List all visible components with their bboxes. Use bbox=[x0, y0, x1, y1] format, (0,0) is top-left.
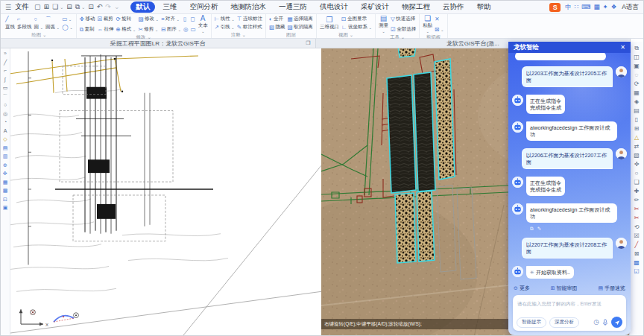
chat-link-manual-quickview[interactable]: ▤手册速览 bbox=[598, 285, 625, 292]
line-tool-icon[interactable]: ╱ bbox=[4, 59, 7, 66]
ribbon-btn-text[interactable]: A文本⌄ bbox=[198, 15, 208, 34]
file-menu[interactable]: 文件 bbox=[15, 2, 29, 12]
crop-icon[interactable]: ☒ bbox=[634, 232, 639, 240]
ribbon-btn-paste-special[interactable]: ⊠⌄ bbox=[435, 25, 443, 34]
history-icon[interactable]: ◷ bbox=[593, 319, 599, 326]
menu-tab-物探工程[interactable]: 物探工程 bbox=[397, 1, 435, 13]
ribbon-btn-polyline-label[interactable]: 多段线 bbox=[17, 23, 32, 31]
ribbon-btn-rotate[interactable]: ⟳旋转 bbox=[116, 15, 136, 23]
ribbon-btn-align[interactable]: ≡对齐⌄ bbox=[161, 15, 181, 23]
circle-select-icon[interactable]: ◌ bbox=[635, 71, 639, 79]
point-style-icon[interactable]: ◇ bbox=[3, 136, 7, 143]
ribbon-btn-set-ucs[interactable]: ∟设坐标系⌄ bbox=[341, 23, 372, 31]
ribbon-btn-copy[interactable]: ⧉复制 bbox=[80, 25, 95, 34]
layers-icon[interactable]: ◈ bbox=[634, 98, 639, 106]
ribbon-btn-circle[interactable]: ○ bbox=[34, 15, 44, 23]
menu-tab-地测防治水[interactable]: 地测防治水 bbox=[225, 1, 271, 13]
selected-arc[interactable] bbox=[54, 316, 74, 322]
ribbon-btn-layer-unisolate[interactable]: ▨取消隔离 bbox=[287, 23, 313, 31]
ribbon-btn-paste[interactable]: ❏粘贴⌄ bbox=[423, 15, 432, 34]
chip-deep-analysis[interactable]: 深度分析 bbox=[549, 317, 579, 328]
edit-icon[interactable]: ✎ bbox=[537, 226, 541, 232]
slice-icon[interactable]: ╱ bbox=[635, 241, 639, 249]
viewport-tool-icon[interactable]: ⊡ bbox=[3, 196, 7, 203]
move-tool-icon[interactable]: ✜ bbox=[3, 170, 7, 177]
ribbon-btn-line-label[interactable]: 直线 bbox=[5, 23, 15, 31]
restore-window-icon[interactable]: ❐ bbox=[306, 40, 310, 46]
grid-tool-icon[interactable]: ▦ bbox=[3, 179, 8, 186]
ime-keyboard-icon[interactable]: ⌨ bbox=[581, 4, 590, 10]
select-window-icon[interactable]: ▣ bbox=[634, 62, 640, 70]
ribbon-btn-format[interactable]: ⊕格式⌄ bbox=[116, 25, 136, 34]
polyline-tool-icon[interactable]: ⌐ bbox=[4, 67, 7, 75]
chip-smart-tips[interactable]: 智能提示 bbox=[517, 317, 546, 328]
print-icon[interactable]: ⊡ bbox=[88, 4, 94, 10]
grid-icon[interactable]: ▦ bbox=[634, 89, 640, 97]
ribbon-btn-arc-label[interactable]: 圆弧⌄ bbox=[45, 23, 60, 31]
ribbon-btn-cut[interactable]: ✕ bbox=[435, 15, 443, 23]
ribbon-btn-region[interactable]: ◻ bbox=[191, 15, 196, 23]
ribbon-btn-modify[interactable]: ▨修改⌄ bbox=[138, 15, 159, 23]
delete-icon[interactable]: ▯ bbox=[635, 115, 638, 124]
mirror-icon[interactable]: ⊞ bbox=[634, 124, 640, 133]
undo-icon[interactable]: ↶ bbox=[97, 4, 103, 10]
ribbon-btn-circle-label[interactable]: 圆⌄ bbox=[34, 23, 44, 31]
split-icon[interactable]: ✂ bbox=[634, 214, 640, 222]
ribbon-btn-ellipse[interactable]: ◯⌄ bbox=[62, 23, 73, 31]
ime-skin-icon[interactable]: ✦ bbox=[603, 4, 608, 10]
spline-tool-icon[interactable]: ∫ bbox=[4, 76, 6, 83]
menu-tab-空间分析[interactable]: 空间分析 bbox=[184, 1, 223, 13]
ribbon-btn-layer-hide[interactable]: ▧隐藏 bbox=[269, 23, 285, 31]
rotate-icon[interactable]: ⟳ bbox=[634, 80, 640, 88]
rotate-free-icon[interactable]: ○ bbox=[635, 169, 639, 177]
language-button[interactable]: A语言 bbox=[622, 3, 639, 12]
redo-icon[interactable]: ↷ bbox=[105, 4, 111, 10]
cut-icon[interactable]: ✂ bbox=[634, 205, 640, 213]
panel-goaf-bottom-1[interactable] bbox=[395, 193, 416, 263]
ribbon-btn-layer-isolate[interactable]: ▦选择隔离 bbox=[287, 15, 313, 23]
clip-box-icon[interactable]: ⊠ bbox=[634, 250, 640, 258]
ribbon-btn-measure[interactable]: ▤测量⌄ bbox=[379, 15, 388, 34]
ribbon-group-label[interactable]: 绘图 ⌄ bbox=[5, 31, 73, 39]
cad-viewport[interactable]: X bbox=[10, 48, 321, 335]
sheet-icon[interactable]: ▩ bbox=[634, 259, 640, 267]
duplicate-icon[interactable]: ❏ bbox=[634, 178, 639, 186]
ribbon-btn-select-all[interactable]: ☑全部选择 bbox=[391, 25, 416, 34]
menu-tab-帮助[interactable]: 帮助 bbox=[471, 1, 496, 13]
paste-icon[interactable]: ◫ bbox=[634, 53, 640, 61]
ribbon-group-label[interactable]: 图层 bbox=[269, 31, 313, 39]
ribbon-group-label[interactable]: 视图 ⌄ bbox=[320, 31, 372, 39]
align-tool-icon[interactable]: ▤ bbox=[3, 145, 8, 152]
menu-tab-三维[interactable]: 三维 bbox=[157, 1, 182, 13]
ribbon-btn-layer-all-on[interactable]: ◐全开 bbox=[269, 15, 285, 23]
add-icon[interactable]: ✚ bbox=[634, 187, 640, 195]
hatch-tool-icon[interactable]: ▩ bbox=[3, 187, 8, 194]
ribbon-btn-zoom-extents[interactable]: ⊡全图显示 bbox=[341, 15, 372, 23]
ribbon-btn-quick-select[interactable]: ▽快速选择 bbox=[391, 15, 416, 23]
menu-tab-一通三防[interactable]: 一通三防 bbox=[274, 1, 312, 13]
ribbon-btn-dim-style[interactable]: ✎标注样式 bbox=[237, 23, 262, 31]
open-folder-icon[interactable]: ❏ bbox=[52, 4, 58, 10]
ribbon-btn-draw-order[interactable]: ⊟图序⌄ bbox=[161, 25, 181, 34]
chat-input[interactable] bbox=[513, 297, 626, 306]
copy-doc-icon[interactable]: ⧉ bbox=[75, 4, 80, 10]
copy-icon[interactable]: ⧉ bbox=[530, 226, 534, 232]
ribbon-btn-clip[interactable]: ☒裁剪 bbox=[98, 15, 114, 23]
chat-link-more[interactable]: ⊖更多 bbox=[514, 285, 530, 292]
text-tool-icon[interactable]: A bbox=[4, 127, 7, 135]
ribbon-btn-leader[interactable]: ↗引线⌄ bbox=[215, 23, 235, 31]
menu-tab-云协作[interactable]: 云协作 bbox=[438, 1, 470, 13]
new-doc-icon[interactable]: ▢ bbox=[34, 4, 41, 10]
insert-tool-icon[interactable]: ⊕ bbox=[3, 162, 7, 169]
send-button[interactable] bbox=[611, 317, 622, 328]
ribbon-btn-stretch[interactable]: ⇔拉伸 bbox=[98, 25, 114, 34]
panel-coal-2[interactable] bbox=[414, 72, 435, 191]
ribbon-btn-polyline[interactable]: ⌐ bbox=[17, 15, 32, 23]
ribbon-btn-rectangle[interactable]: ▭⌄ bbox=[62, 15, 73, 23]
pattern-icon[interactable]: ▧ bbox=[634, 151, 640, 159]
ime-board-icon[interactable]: ▦ bbox=[594, 4, 600, 10]
ribbon-btn-arc[interactable]: ⌒ bbox=[45, 15, 60, 23]
ellipse-arc-tool-icon[interactable]: ◔ bbox=[4, 118, 7, 126]
move-icon[interactable]: ✜ bbox=[634, 160, 640, 168]
ime-toolbox-icon[interactable]: ❖ bbox=[611, 4, 617, 10]
